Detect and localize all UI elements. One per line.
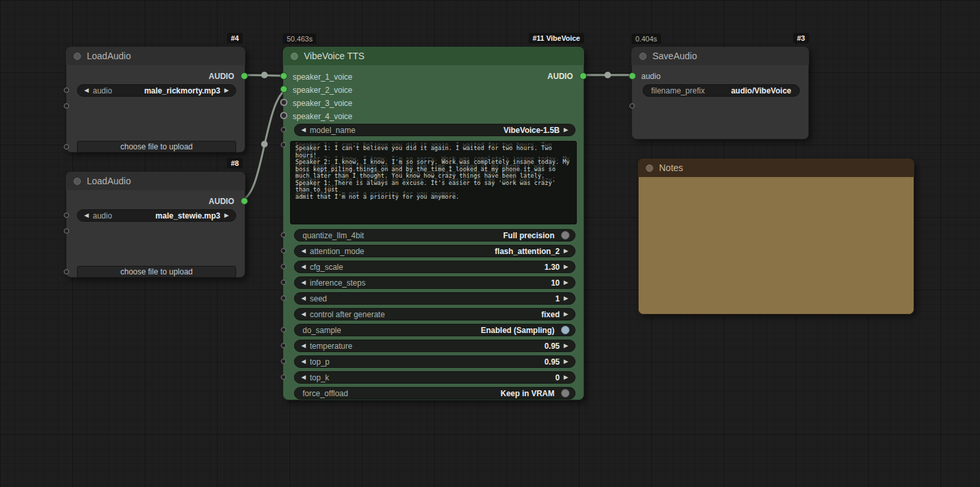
attention-mode-combo-widget[interactable]: attention_mode flash_attention_2 [294,245,576,257]
attention-mode-input-pin[interactable] [281,248,286,253]
control-after-generate-combo-widget[interactable]: control after generate fixed [294,308,576,320]
decrement-arrow-icon[interactable] [300,371,307,384]
decrement-arrow-icon[interactable] [300,355,307,368]
collapse-dot-icon[interactable] [646,165,653,172]
notes-text-area[interactable] [639,177,914,314]
inference-steps-input-pin[interactable] [281,280,286,285]
speaker-1-voice-input-slot[interactable] [280,72,287,80]
collapse-dot-icon[interactable] [74,53,81,60]
widget-label: model_name [310,126,355,135]
node-title: Notes [659,163,683,173]
widget-label: control after generate [310,310,385,319]
top-k-number-widget[interactable]: top_k 0 [294,371,576,384]
toggle-icon[interactable] [561,326,570,334]
widget-input-pin[interactable] [64,144,69,149]
choose-file-upload-button[interactable]: choose file to upload [77,141,236,153]
node-header[interactable]: Notes [638,159,914,177]
decrement-arrow-icon[interactable] [300,276,307,289]
next-value-arrow-icon[interactable] [562,124,570,136]
audio-output-slot[interactable] [579,72,587,80]
audio-file-combo-widget[interactable]: audio male_stewie.mp3 [77,209,236,222]
audio-widget-input-pin[interactable] [64,88,69,93]
decrement-arrow-icon[interactable] [300,261,307,273]
increment-arrow-icon[interactable] [562,261,570,273]
widget-input-pin[interactable] [64,228,69,234]
top-p-number-widget[interactable]: top_p 0.95 [294,355,576,368]
loadaudio-node-1[interactable]: LoadAudio AUDIO audio male_rickmorty.mp3… [66,47,245,153]
seed-input-pin[interactable] [281,295,286,301]
increment-arrow-icon[interactable] [562,340,570,352]
speaker-4-voice-input-slot[interactable] [280,112,287,119]
increment-arrow-icon[interactable] [562,371,570,384]
top-p-input-pin[interactable] [281,359,286,364]
audio-widget-input-pin[interactable] [64,213,69,218]
link-midpoint-dot[interactable] [604,72,611,78]
next-value-arrow-icon[interactable] [223,84,230,97]
execution-time-badge: 0.404s [631,34,661,44]
link-midpoint-dot[interactable] [261,72,268,78]
audio-input-slot[interactable] [629,72,636,80]
widget-label: seed [310,294,327,303]
collapse-dot-icon[interactable] [291,53,298,60]
node-header[interactable]: LoadAudio [66,47,245,65]
seed-number-widget[interactable]: seed 1 [294,292,576,305]
audio-output-slot[interactable] [241,72,248,80]
model-name-combo-widget[interactable]: model_name VibeVoice-1.5B [294,124,576,136]
toggle-icon[interactable] [561,231,570,240]
node-graph-canvas[interactable]: #4 #8 50.463s #11 VibeVoice 0.404s #3 Lo… [0,0,980,487]
model-name-input-pin[interactable] [281,127,286,132]
do-sample-input-pin[interactable] [281,327,286,332]
cfg-scale-number-widget[interactable]: cfg_scale 1.30 [294,261,576,273]
speaker-2-voice-input-slot[interactable] [280,86,287,93]
text-input-pin[interactable] [281,142,286,147]
script-text-area[interactable]: Speaker 1: I can't believe you did it ag… [290,141,577,224]
increment-arrow-icon[interactable] [562,355,570,368]
input-label: speaker_2_voice [293,86,353,95]
quantize-llm-4bit-toggle-widget[interactable]: quantize_llm_4bit Full precision [294,229,576,242]
prev-value-arrow-icon[interactable] [83,209,90,222]
next-value-arrow-icon[interactable] [562,308,570,320]
cfg-scale-input-pin[interactable] [281,264,286,269]
vibevoice-tts-node[interactable]: VibeVoice TTS speaker_1_voice speaker_2_… [283,47,584,400]
saveaudio-node[interactable]: SaveAudio audio filename_prefix audio/Vi… [631,47,809,140]
prev-value-arrow-icon[interactable] [300,245,307,257]
prev-value-arrow-icon[interactable] [83,84,90,97]
next-value-arrow-icon[interactable] [562,245,570,257]
force-offload-toggle-widget[interactable]: force_offload Keep in VRAM [294,387,576,399]
filename-prefix-text-widget[interactable]: filename_prefix audio/VibeVoice [643,84,800,97]
audio-file-combo-widget[interactable]: audio male_rickmorty.mp3 [77,84,236,97]
temperature-number-widget[interactable]: temperature 0.95 [294,340,576,352]
choose-file-upload-button[interactable]: choose file to upload [77,266,236,278]
audio-output-slot[interactable] [241,197,248,205]
quantize-input-pin[interactable] [281,232,286,238]
collapse-dot-icon[interactable] [639,53,647,60]
next-value-arrow-icon[interactable] [223,209,230,222]
link-midpoint-dot[interactable] [261,141,268,147]
decrement-arrow-icon[interactable] [300,340,307,352]
widget-label: attention_mode [310,247,364,256]
speaker-3-voice-input-slot[interactable] [280,99,287,106]
node-header[interactable]: LoadAudio [66,172,245,190]
audio-output-label: AUDIO [547,72,573,81]
node-header[interactable]: SaveAudio [631,47,809,65]
temperature-input-pin[interactable] [281,343,286,348]
widget-label: audio [93,86,112,95]
loadaudio-node-2[interactable]: LoadAudio AUDIO audio male_stewie.mp3 ch… [66,172,245,278]
widget-label: audio [93,211,112,220]
toggle-icon[interactable] [561,389,570,397]
collapse-dot-icon[interactable] [74,178,81,185]
node-header[interactable]: VibeVoice TTS [283,47,584,65]
top-k-input-pin[interactable] [281,374,286,380]
increment-arrow-icon[interactable] [562,276,570,289]
increment-arrow-icon[interactable] [562,292,570,305]
prev-value-arrow-icon[interactable] [300,124,307,136]
decrement-arrow-icon[interactable] [300,292,307,305]
notes-node[interactable]: Notes [638,159,914,315]
widget-input-pin[interactable] [64,103,69,109]
inference-steps-number-widget[interactable]: inference_steps 10 [294,276,576,289]
prev-value-arrow-icon[interactable] [300,308,307,320]
widget-input-pin[interactable] [629,103,635,109]
input-label: speaker_3_voice [293,99,353,108]
do-sample-toggle-widget[interactable]: do_sample Enabled (Sampling) [294,324,576,336]
widget-input-pin[interactable] [64,269,69,274]
